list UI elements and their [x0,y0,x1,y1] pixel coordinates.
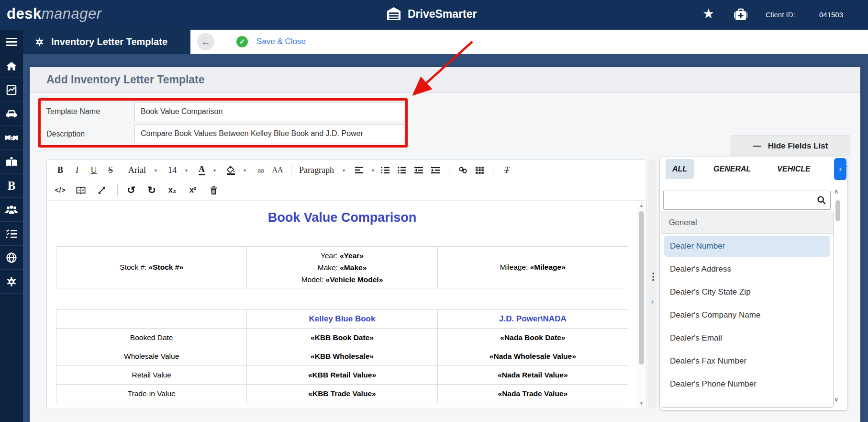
gear-icon [6,276,17,287]
favorites-star-icon[interactable]: ★ [702,6,714,22]
sidebar-item-home[interactable] [0,54,23,78]
chevron-down-icon: ▾ [372,168,374,173]
check-icon: ✓ [236,36,248,47]
tab-vehicle[interactable]: VEHICLE [770,159,817,179]
scroll-up-icon[interactable]: ▲ [637,203,645,208]
insert-link-button[interactable] [457,163,468,177]
panel-resize-gutter[interactable]: ⋮ › [648,160,657,409]
insert-table-button[interactable] [474,163,485,177]
field-item-dealers-phone-number[interactable]: Dealer's Phone Number [664,374,830,395]
description-input[interactable] [134,124,404,143]
sidebar-item-reports[interactable] [0,78,23,102]
bullet-list-button[interactable] [396,163,408,177]
italic-button[interactable]: I [71,163,83,177]
sidebar-item-brand-b[interactable]: B [0,174,23,198]
highlight-color-dropdown[interactable]: ▾ [227,166,246,175]
support-medkit-icon[interactable] [733,7,748,23]
merge-field: «Nada Wholesale Value» [437,347,628,366]
subscript-button[interactable]: x₂ [167,183,178,197]
spellcheck-book-button[interactable] [75,183,87,197]
scroll-down-icon[interactable]: ▼ [637,401,645,406]
tabs-next-arrow-button[interactable]: › [834,158,846,180]
delete-trash-button[interactable] [208,183,219,197]
stock-cell: Stock #: «Stock #» [56,247,247,288]
merge-field: «KBB Trade Value» [247,385,437,403]
vehicle-info-table: Stock #: «Stock #» Year: «Year» Make: «M… [56,246,628,288]
chevron-down-icon: ▾ [155,168,157,173]
superscript-button[interactable]: x² [187,183,199,197]
template-name-input[interactable] [134,102,404,121]
merge-field: «Mileage» [530,263,566,271]
ymm-cell: Year: «Year» Make: «Make» Model: «Vehicl… [247,247,437,288]
underline-button[interactable]: U [88,163,100,177]
scrollbar-thumb[interactable] [639,211,644,365]
sidebar-item-deals[interactable] [0,126,23,150]
kbb-header: Kelley Blue Book [247,310,437,329]
font-color-dropdown[interactable]: A▾ [199,165,216,175]
editor-document[interactable]: Book Value Comparison Stock #: «Stock #»… [47,201,637,408]
merge-field: «Nada Retail Value» [437,366,628,385]
search-input[interactable] [664,191,830,209]
fields-search-box [663,191,831,210]
back-button[interactable]: ← [197,33,214,50]
tab-all[interactable]: ALL [666,159,694,179]
merge-field: «Year» [340,251,364,260]
ordered-list-button[interactable] [379,163,391,177]
fields-scroll-down-icon[interactable]: ∨ [834,396,839,403]
app-name: DriveSmarter [386,6,477,22]
toolbar-separator [291,164,291,176]
field-item-dealers-company-name[interactable]: Dealer's Company Name [664,305,830,326]
table-row: Wholesale Value «KBB Wholesale» «Nada Wh… [56,347,628,366]
align-dropdown[interactable]: ▾ [355,167,374,173]
left-sidebar: B [0,30,23,422]
chevron-down-icon: ▾ [244,168,246,173]
code-view-button[interactable]: </> [55,183,66,197]
collapse-chevron-icon[interactable]: › [648,297,657,306]
sidebar-item-customers[interactable] [0,198,23,222]
handshake-icon [5,133,18,143]
field-item-dealers-email[interactable]: Dealer's Email [664,328,830,349]
save-close-button[interactable]: Save & Close [256,37,306,46]
editor-scrollbar[interactable]: ▲ ▼ [637,201,645,408]
merge-field: «Make» [340,263,367,272]
clear-formatting-button[interactable]: T [501,163,512,177]
hide-fields-list-button[interactable]: — Hide Fields List [731,136,850,156]
indent-button[interactable] [430,163,441,177]
hamburger-menu-icon[interactable] [0,30,23,54]
sidebar-item-inventory[interactable] [0,102,23,126]
table-row: Trade-in Value «KBB Trade Value» «Nada T… [56,385,628,403]
sidebar-item-training[interactable] [0,150,23,174]
outdent-button[interactable] [413,163,424,177]
field-item-dealers-fax-number[interactable]: Dealer's Fax Number [664,351,830,372]
sidebar-item-settings[interactable] [0,270,23,294]
fields-scrollbar-thumb[interactable] [835,200,840,221]
paint-bucket-icon [227,166,235,175]
table-row: Booked Date «KBB Book Date» «Nada Book D… [56,329,628,347]
redo-button[interactable]: ↻ [146,183,157,197]
merge-field: «KBB Book Date» [247,329,437,347]
fields-scroll-up-icon[interactable]: ∧ [834,188,839,195]
field-item-dealers-city-state-zip[interactable]: Dealer's City State Zip [664,282,830,303]
font-family-dropdown[interactable]: Arial▾ [128,165,157,175]
strikethrough-button[interactable]: S [105,163,116,177]
drag-handle-icon[interactable]: ⋮ [648,274,657,280]
document-title: Book Value Comparison [55,210,629,225]
fullscreen-button[interactable] [96,183,107,197]
undo-button[interactable]: ↺ [125,183,137,197]
search-icon[interactable] [817,195,826,205]
sidebar-item-tasks[interactable] [0,222,23,246]
field-item-dealer-number[interactable]: Dealer Number [664,236,830,257]
users-icon [5,205,18,215]
garage-icon [386,6,402,22]
top-header-bar: deskmanager DriveSmarter ★ Client ID: 04… [0,0,868,30]
chevron-down-icon: ▾ [343,168,345,173]
gear-icon [34,37,45,47]
font-size-dropdown[interactable]: 14▾ [168,165,188,175]
uppercase-button[interactable]: AA [272,163,283,177]
paragraph-format-dropdown[interactable]: Paragraph▾ [299,165,345,175]
bold-button[interactable]: B [55,163,66,177]
field-item-dealers-address[interactable]: Dealer's Address [664,259,830,280]
sidebar-item-web[interactable] [0,246,23,270]
tab-general[interactable]: GENERAL [707,159,757,179]
lowercase-button[interactable]: aa [255,163,267,177]
